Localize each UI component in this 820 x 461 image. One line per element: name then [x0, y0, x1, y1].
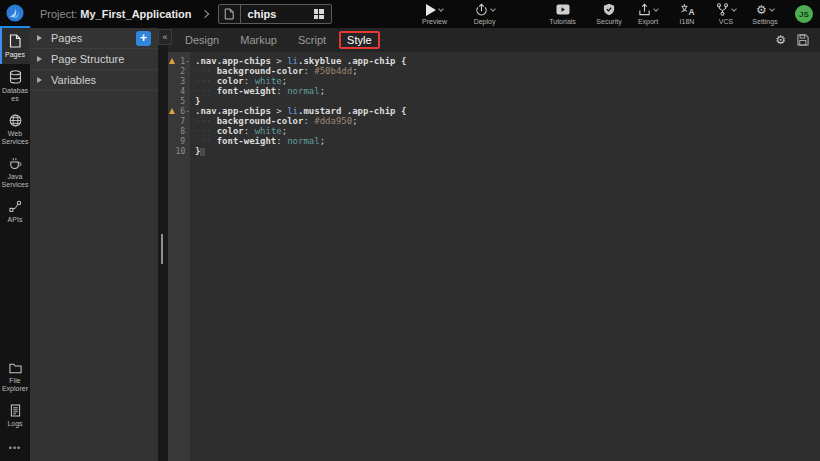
save-icon[interactable]	[797, 34, 809, 46]
code-token: ;	[282, 76, 287, 86]
more-options-icon[interactable]: •••	[0, 443, 30, 453]
video-icon	[556, 4, 570, 15]
pages-icon	[9, 34, 21, 48]
resize-handle[interactable]	[161, 234, 163, 264]
add-page-button[interactable]: +	[136, 31, 151, 46]
chevron-down-icon[interactable]	[490, 6, 496, 12]
panel-divider	[158, 28, 168, 461]
export-button[interactable]: Export	[633, 3, 663, 25]
branch-icon	[716, 3, 729, 16]
editor-area: Design Markup Script Style ⚙ 1-23456-789…	[168, 28, 820, 461]
code-line[interactable]: }	[195, 96, 820, 106]
chevron-down-icon[interactable]	[653, 6, 659, 12]
code-line[interactable]: ··· color: white;	[195, 76, 820, 86]
tab-markup[interactable]: Markup	[232, 32, 285, 48]
code-content[interactable]: .nav.app-chips > li.skyblue .app-chip {·…	[190, 52, 820, 461]
code-token: ;	[352, 66, 357, 76]
gutter-row: 2	[168, 66, 190, 76]
code-token: .mustard .app-chip	[298, 106, 401, 116]
code-line[interactable]: ··· color: white;	[195, 126, 820, 136]
sidebar-item-databases[interactable]: Databases	[0, 64, 30, 108]
code-line[interactable]: ··· font-weight: normal;	[195, 86, 820, 96]
gutter-row: 7	[168, 116, 190, 126]
sidebar-item-apis[interactable]: APIs	[0, 194, 30, 229]
export-icon	[638, 3, 651, 16]
section-label: Variables	[51, 74, 96, 86]
vcs-label: VCS	[719, 18, 733, 25]
section-label: Page Structure	[51, 53, 124, 65]
sidebar-item-file-explorer[interactable]: File Explorer	[0, 356, 30, 398]
sidebar-item-java-services[interactable]: Java Services	[0, 151, 30, 194]
gear-icon: ⚙	[756, 4, 767, 16]
panel-section-pages[interactable]: Pages +	[30, 28, 158, 49]
code-token: >	[276, 56, 287, 66]
expand-arrow-icon	[37, 77, 42, 83]
code-token: :	[244, 126, 255, 136]
project-label: Project:	[40, 8, 77, 20]
user-avatar[interactable]: JS	[795, 5, 813, 23]
code-token: li	[287, 56, 298, 66]
line-number: 3	[176, 77, 185, 86]
code-token: .nav.app-chips	[195, 56, 276, 66]
code-line[interactable]: ··· background-color: #50b4dd;	[195, 66, 820, 76]
sidebar-item-pages[interactable]: Pages	[0, 28, 30, 64]
code-token: {	[401, 56, 406, 66]
security-button[interactable]: Security	[594, 3, 624, 25]
preview-button[interactable]: Preview	[420, 3, 450, 25]
code-token: white	[255, 126, 282, 136]
translate-icon: A	[680, 3, 695, 16]
code-token: color	[217, 76, 244, 86]
sidebar-label: Web Services	[1, 130, 29, 146]
code-line[interactable]: }	[195, 146, 820, 156]
project-name: My_First_Application	[80, 8, 191, 20]
line-number: 6	[176, 107, 185, 116]
sidebar-item-logs[interactable]: Logs	[0, 398, 30, 433]
i18n-button[interactable]: A I18N	[672, 3, 702, 25]
editor-gutter: 1-23456-78910	[168, 52, 190, 461]
panel-section-variables[interactable]: Variables	[30, 70, 158, 91]
chevron-down-icon[interactable]	[769, 6, 775, 12]
app-logo[interactable]	[0, 0, 30, 28]
style-editor[interactable]: 1-23456-78910 .nav.app-chips > li.skyblu…	[168, 52, 820, 461]
line-number: 1	[176, 57, 185, 66]
chevron-down-icon[interactable]	[438, 6, 444, 12]
code-token: .nav.app-chips	[195, 106, 276, 116]
tutorials-button[interactable]: Tutorials	[548, 3, 578, 25]
settings-button[interactable]: ⚙ Settings	[750, 3, 780, 25]
collapse-panel-button[interactable]: «	[158, 29, 172, 45]
breadcrumb: Project:My_First_Application	[40, 8, 192, 20]
code-line[interactable]: ··· font-weight: normal;	[195, 136, 820, 146]
gutter-row: 1-	[168, 56, 190, 66]
line-number: 9	[176, 137, 185, 146]
sidebar-item-web-services[interactable]: Web Services	[0, 108, 30, 151]
editor-settings-icon[interactable]: ⚙	[775, 34, 786, 46]
page-tab-chips[interactable]: chips	[218, 4, 332, 24]
line-number: 10	[176, 147, 186, 156]
globe-icon	[9, 114, 22, 127]
pages-panel: Pages + Page Structure Variables	[30, 28, 158, 461]
vcs-button[interactable]: VCS	[711, 3, 741, 25]
sidebar-label: Java Services	[1, 173, 29, 189]
grid-icon[interactable]	[314, 9, 324, 19]
svg-text:A: A	[688, 7, 694, 16]
page-tab-label: chips	[241, 8, 314, 20]
gutter-row: 10	[168, 146, 190, 156]
code-token: ;	[282, 126, 287, 136]
code-line[interactable]: .nav.app-chips > li.skyblue .app-chip {	[195, 56, 820, 66]
code-token: :	[276, 86, 287, 96]
panel-section-page-structure[interactable]: Page Structure	[30, 49, 158, 70]
code-token: >	[276, 106, 287, 116]
gutter-row: 9	[168, 136, 190, 146]
tutorials-label: Tutorials	[549, 18, 576, 25]
line-number: 5	[176, 97, 185, 106]
tab-design[interactable]: Design	[177, 32, 227, 48]
tab-style[interactable]: Style	[339, 31, 379, 49]
deploy-label: Deploy	[474, 18, 496, 25]
code-line[interactable]: ··· background-color: #dda950;	[195, 116, 820, 126]
breadcrumb-chevron-icon	[200, 10, 208, 18]
code-line[interactable]: .nav.app-chips > li.mustard .app-chip {	[195, 106, 820, 116]
deploy-button[interactable]: Deploy	[470, 3, 500, 25]
chevron-down-icon[interactable]	[731, 6, 737, 12]
tab-script[interactable]: Script	[290, 32, 334, 48]
code-token: ···	[195, 126, 217, 136]
